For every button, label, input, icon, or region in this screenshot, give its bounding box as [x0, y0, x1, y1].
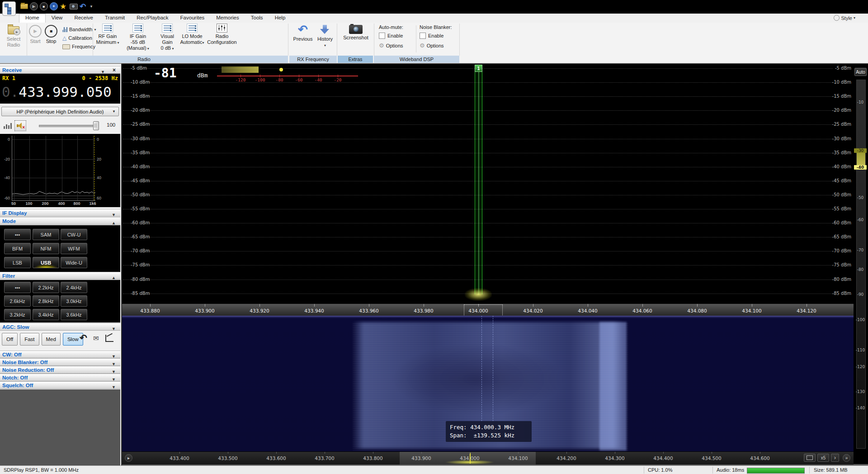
nav-freq-label[interactable]: 433.700: [315, 455, 334, 461]
start-button[interactable]: ▶ Start: [28, 24, 42, 44]
visual-gain-button[interactable]: Visual Gain0 dB ▾: [156, 24, 179, 52]
nav-zoom-button[interactable]: x5: [817, 454, 829, 462]
camera-icon[interactable]: [70, 2, 78, 10]
auto-range-button[interactable]: Auto: [854, 68, 867, 76]
nav-scroll-left-button[interactable]: ▸: [125, 454, 132, 462]
filter-button-2-8khz[interactable]: 2.8kHz: [33, 295, 59, 307]
filter-button-2-6khz[interactable]: 2.6kHz: [4, 295, 31, 307]
nav-freq-label[interactable]: 433.800: [363, 455, 382, 461]
open-folder-icon[interactable]: [20, 2, 28, 10]
filter-button-3-0khz[interactable]: 3.0kHz: [61, 295, 87, 307]
noise-blanker-enable-checkbox[interactable]: Enable: [420, 33, 458, 39]
spectrum-display[interactable]: -81 dBm -120-100-80-60-40-20 1 -5 dBm-5 …: [122, 64, 854, 303]
play-icon[interactable]: ▶: [30, 2, 38, 10]
rf-gain-button[interactable]: RF GainMinimum ▾: [95, 24, 120, 46]
calibration-button[interactable]: △ Calibration: [62, 34, 92, 42]
mode-button-sam[interactable]: SAM: [33, 229, 59, 240]
tab-transmit[interactable]: Transmit: [99, 14, 131, 23]
auto-mute-options-button[interactable]: ⚙Options: [379, 42, 414, 49]
nav-freq-label[interactable]: 433.400: [170, 455, 189, 461]
mode-button-cw-u[interactable]: CW-U: [61, 229, 87, 240]
section-agc[interactable]: AGC: Slow▼: [0, 323, 120, 331]
favourite-star-icon[interactable]: ★: [60, 2, 66, 10]
section-filter[interactable]: Filter▲: [0, 272, 120, 280]
bandwidth-button[interactable]: Bandwidth▾: [62, 25, 96, 33]
nav-freq-label[interactable]: 434.100: [508, 455, 528, 461]
tab-rec-playback[interactable]: Rec/Playback: [131, 14, 174, 23]
radio-configuration-button[interactable]: RadioConfiguration: [205, 24, 239, 45]
stop-icon[interactable]: ■: [40, 2, 48, 10]
range-tick--30[interactable]: -30: [854, 148, 867, 153]
receive-panel-header[interactable]: Receive ▼ ×: [0, 66, 120, 74]
nav-freq-label[interactable]: 434.600: [750, 455, 769, 461]
stop-button[interactable]: ■ Stop: [44, 24, 58, 44]
tab-home[interactable]: Home: [19, 14, 46, 23]
application-menu-button[interactable]: [2, 1, 16, 16]
audio-device-select[interactable]: HP (Périphérique High Definition Audio) …: [1, 107, 119, 116]
volume-slider-handle[interactable]: [93, 121, 99, 130]
agc-button-fast[interactable]: Fast: [20, 333, 39, 346]
agc-chart-icon[interactable]: [105, 335, 113, 342]
mode-button--[interactable]: •••: [4, 229, 31, 240]
nav-freq-label[interactable]: 433.900: [411, 455, 431, 461]
mute-button[interactable]: ×: [14, 120, 26, 131]
rx-passband-band[interactable]: [475, 72, 482, 294]
previous-frequency-button[interactable]: ↶ Previous: [292, 24, 314, 42]
nav-freq-label[interactable]: 433.600: [266, 455, 286, 461]
panel-close-icon[interactable]: ×: [113, 66, 116, 74]
tab-receive[interactable]: Receive: [68, 14, 99, 23]
tab-memories[interactable]: Memories: [210, 14, 245, 23]
auto-mute-enable-checkbox[interactable]: Enable: [379, 33, 414, 39]
range-tick--40[interactable]: -40: [854, 165, 867, 170]
nav-freq-label[interactable]: 434.400: [653, 455, 673, 461]
filter-button-3-4khz[interactable]: 3.4kHz: [33, 309, 59, 320]
nav-display-button[interactable]: [804, 454, 816, 462]
section-noise-blanker[interactable]: Noise Blanker: Off▼: [0, 358, 120, 366]
nav-freq-label[interactable]: 434.200: [557, 455, 576, 461]
filter-button-2-2khz[interactable]: 2.2kHz: [33, 282, 59, 293]
frequency-button[interactable]: Frequency: [62, 43, 95, 51]
mode-button-bfm[interactable]: BFM: [4, 243, 31, 254]
section-cw[interactable]: CW: Off▼: [0, 351, 120, 358]
section-if-display[interactable]: IF Display▼: [0, 209, 120, 217]
tab-view[interactable]: View: [46, 14, 69, 23]
qat-dropdown-icon[interactable]: ▼: [90, 2, 93, 10]
tab-favourites[interactable]: Favourites: [175, 14, 211, 23]
waterfall-display[interactable]: Freq: 434.000.3 MHz Span: ±139.525 kHz: [122, 316, 854, 451]
levels-icon[interactable]: [4, 122, 12, 129]
nav-step-button[interactable]: ›: [831, 454, 839, 462]
tuned-frequency[interactable]: 0.433.999.050: [2, 84, 112, 100]
frequency-navigator[interactable]: 433.400433.500433.600433.700433.800433.9…: [122, 451, 854, 465]
nav-freq-label[interactable]: 434.500: [702, 455, 721, 461]
volume-slider-track[interactable]: [39, 125, 99, 127]
filter-button--[interactable]: •••: [4, 282, 31, 293]
agc-undo-icon[interactable]: ↶: [80, 332, 87, 343]
mode-button-wfm[interactable]: WFM: [61, 243, 87, 254]
select-radio-button[interactable]: ▶ Select Radio: [2, 24, 25, 48]
agc-button-med[interactable]: Med: [42, 333, 61, 346]
section-mode[interactable]: Mode▲: [0, 217, 120, 225]
screenshot-button[interactable]: Screenshot: [341, 24, 370, 41]
agc-envelope-icon[interactable]: ✉: [93, 334, 99, 342]
mode-button-usb[interactable]: USB: [33, 257, 59, 268]
nav-scroll-right-button[interactable]: »: [843, 454, 850, 462]
mode-button-lsb[interactable]: LSB: [4, 257, 31, 268]
nav-freq-label[interactable]: 433.500: [218, 455, 237, 461]
tab-tools[interactable]: Tools: [245, 14, 269, 23]
nav-freq-label[interactable]: 434.300: [605, 455, 624, 461]
section-squelch[interactable]: Squelch: Off▼: [0, 381, 120, 389]
undo-icon[interactable]: ↶: [80, 2, 86, 10]
spectrum-frequency-scale[interactable]: 433.880433.900433.920433.940433.960433.9…: [122, 303, 854, 316]
filter-button-3-2khz[interactable]: 3.2kHz: [4, 309, 31, 320]
section-notch[interactable]: Notch: Off▼: [0, 374, 120, 381]
tab-help[interactable]: Help: [269, 14, 292, 23]
filter-button-2-4khz[interactable]: 2.4kHz: [61, 282, 87, 293]
agc-button-off[interactable]: Off: [2, 333, 18, 346]
history-button[interactable]: History▾: [315, 24, 335, 48]
add-icon[interactable]: +: [50, 2, 58, 10]
if-gain-button[interactable]: IF Gain-55 dB (Manual) ▾: [121, 24, 155, 52]
filter-button-3-6khz[interactable]: 3.6kHz: [61, 309, 87, 320]
nav-freq-label[interactable]: 434.000: [460, 455, 479, 461]
style-button[interactable]: Style ▾: [834, 15, 855, 21]
mode-button-wide-u[interactable]: Wide-U: [61, 257, 87, 268]
